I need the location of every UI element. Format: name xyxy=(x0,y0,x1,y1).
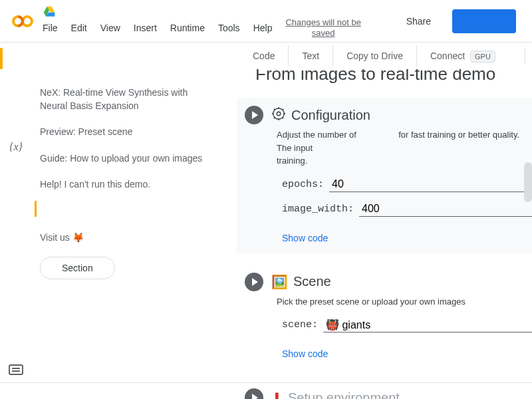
save-status[interactable]: Changes will not besaved xyxy=(285,17,360,38)
menu-file[interactable]: File xyxy=(37,20,63,36)
run-cell-button[interactable] xyxy=(245,273,263,291)
insert-code-button[interactable]: Code xyxy=(239,45,289,66)
toc-item[interactable]: NeX: Real-time View Synthesis with Neura… xyxy=(40,80,215,119)
form-row-scene: scene: xyxy=(282,317,532,332)
page-title: From images to real-time demo xyxy=(231,69,532,92)
runtime-chip: GPU xyxy=(470,51,495,63)
main: {x} NeX: Real-time View Synthesis with N… xyxy=(0,69,532,399)
copy-to-drive-button[interactable]: Copy to Drive xyxy=(333,45,417,66)
svg-point-1 xyxy=(23,17,32,26)
table-of-contents: NeX: Real-time View Synthesis with Neura… xyxy=(32,69,231,399)
picture-icon: 🖼️ xyxy=(271,274,288,290)
show-code-link[interactable]: Show code xyxy=(282,233,328,243)
field-label: epochs: xyxy=(282,179,324,190)
scene-input[interactable] xyxy=(323,317,532,332)
svg-point-8 xyxy=(277,112,281,116)
share-button[interactable]: Share xyxy=(396,11,442,32)
primary-action-button[interactable] xyxy=(452,9,516,33)
toc-active-indicator xyxy=(35,201,215,217)
insert-text-button[interactable]: Text xyxy=(289,45,333,66)
drive-icon[interactable] xyxy=(43,5,56,19)
show-code-link[interactable]: Show code xyxy=(282,348,328,359)
run-cell-button[interactable] xyxy=(245,106,263,124)
toc-item[interactable]: Guide: How to upload your own images xyxy=(40,146,215,172)
toolbar-separator xyxy=(525,48,525,64)
image-width-input[interactable] xyxy=(359,201,532,217)
cell-setup-env: ⬇ Setup environment xyxy=(237,380,532,399)
toolbar: Code Text Copy to Drive Connect GPU xyxy=(0,43,532,69)
menubar: File Edit View Insert Runtime Tools Help xyxy=(37,20,277,36)
connect-button[interactable]: Connect GPU xyxy=(417,45,509,66)
cell-description: Adjust the number of for fast training o… xyxy=(277,128,532,168)
terminal-icon[interactable] xyxy=(8,362,24,378)
form-row-epochs: epochs: xyxy=(282,177,532,192)
active-rail-indicator xyxy=(0,48,3,69)
cell-title: ⬇ Setup environment xyxy=(271,390,400,399)
epochs-input[interactable] xyxy=(329,177,532,192)
svg-text:{x}: {x} xyxy=(9,141,23,152)
cell-title: Configuration xyxy=(271,106,370,124)
variables-icon[interactable]: {x} xyxy=(8,138,24,154)
scrollbar[interactable] xyxy=(524,162,532,202)
add-section-button[interactable]: Section xyxy=(40,257,115,279)
menu-view[interactable]: View xyxy=(95,20,126,36)
toc-item[interactable]: Help! I can't run this demo. xyxy=(40,172,215,198)
menu-help[interactable]: Help xyxy=(248,20,278,36)
run-cell-button[interactable] xyxy=(245,388,263,399)
menu-insert[interactable]: Insert xyxy=(128,20,162,36)
toc-item-visit[interactable]: Visit us 🦊 xyxy=(40,225,215,251)
field-label: scene: xyxy=(282,319,318,331)
cell-title: 🖼️ Scene xyxy=(271,274,331,290)
field-label: image_width: xyxy=(282,203,354,215)
cell-scene: 🖼️ Scene Pick the preset scene or upload… xyxy=(237,265,532,370)
toc-item[interactable]: Preview: Preset scene xyxy=(40,119,215,146)
menu-tools[interactable]: Tools xyxy=(213,20,245,36)
cell-configuration: Configuration Adjust the number of for f… xyxy=(237,98,532,254)
cell-description: Pick the preset scene or upload your own… xyxy=(277,295,532,309)
header: File Edit View Insert Runtime Tools Help… xyxy=(0,0,532,43)
download-icon: ⬇ xyxy=(271,390,283,399)
gear-icon xyxy=(271,106,286,124)
colab-logo[interactable] xyxy=(11,9,35,33)
footer-divider xyxy=(0,382,532,383)
menu-edit[interactable]: Edit xyxy=(66,20,92,36)
left-rail: {x} xyxy=(0,69,32,399)
notebook-content: From images to real-time demo Configurat… xyxy=(231,69,532,399)
menu-runtime[interactable]: Runtime xyxy=(165,20,210,36)
svg-rect-4 xyxy=(9,365,23,374)
form-row-image-width: image_width: xyxy=(282,201,532,217)
